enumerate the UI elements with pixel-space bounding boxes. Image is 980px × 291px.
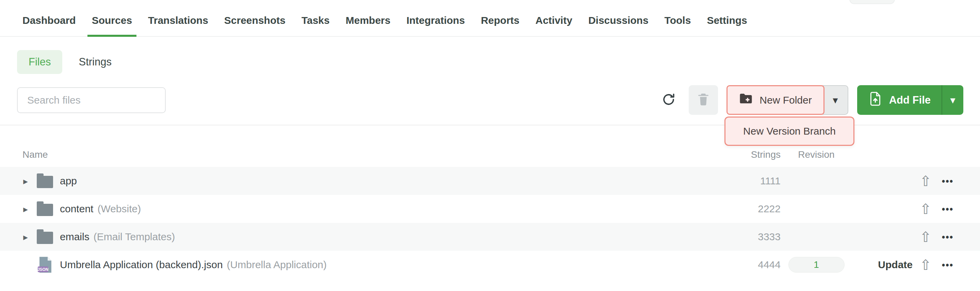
folder-name[interactable]: app <box>60 175 77 187</box>
new-folder-label: New Folder <box>759 94 811 106</box>
new-folder-split-button: New Folder <box>727 85 848 115</box>
menu-item-new-version-branch[interactable]: New Version Branch <box>724 117 854 146</box>
svg-text:JSON: JSON <box>37 267 48 272</box>
nav-members[interactable]: Members <box>341 5 395 36</box>
upload-icon[interactable] <box>920 229 931 245</box>
folder-icon <box>37 230 53 244</box>
more-actions-icon[interactable] <box>942 203 953 215</box>
expand-caret-icon[interactable] <box>21 203 30 215</box>
nav-activity[interactable]: Activity <box>531 5 577 36</box>
update-button[interactable]: Update <box>878 259 913 270</box>
chevron-down-icon <box>833 94 838 106</box>
add-file-main[interactable]: Add File <box>857 85 942 115</box>
search-input[interactable] <box>17 87 166 113</box>
nav-sources[interactable]: Sources <box>88 5 137 36</box>
strings-count: 2222 <box>730 203 781 215</box>
expand-caret-icon[interactable] <box>21 175 30 187</box>
table-header: Name Strings Revision <box>0 142 980 167</box>
nav-dashboard[interactable]: Dashboard <box>18 5 80 36</box>
folder-name[interactable]: emails <box>60 231 89 243</box>
file-table: app 1111 content (Website) 2222 <box>0 167 980 279</box>
view-tabs: Files Strings <box>17 50 123 74</box>
nav-tasks[interactable]: Tasks <box>297 5 334 36</box>
json-file-icon: JSON <box>37 257 53 273</box>
tab-strings[interactable]: Strings <box>67 50 123 74</box>
delete-button[interactable] <box>689 85 718 115</box>
table-row: app 1111 <box>0 167 980 195</box>
nav-integrations[interactable]: Integrations <box>402 5 469 36</box>
folder-note: (Website) <box>97 203 141 215</box>
sources-page: Dashboard Sources Translations Screensho… <box>0 0 980 291</box>
files-toolbar: New Folder Add File <box>17 85 963 115</box>
file-note: (Umbrella Application) <box>227 259 327 270</box>
nav-translations[interactable]: Translations <box>143 5 213 36</box>
table-row: content (Website) 2222 <box>0 195 980 223</box>
upload-icon[interactable] <box>920 173 931 189</box>
chevron-down-icon <box>950 94 955 106</box>
strings-count: 3333 <box>730 231 781 243</box>
folder-icon <box>37 202 53 216</box>
add-file-dropdown-toggle[interactable] <box>942 85 963 115</box>
more-actions-icon[interactable] <box>942 259 953 270</box>
strings-count: 1111 <box>730 175 781 187</box>
folder-plus-icon <box>739 93 753 107</box>
strings-count: 4444 <box>730 259 781 270</box>
nav-settings[interactable]: Settings <box>702 5 751 36</box>
header-name: Name <box>21 149 730 160</box>
add-file-split-button[interactable]: Add File <box>857 85 963 115</box>
file-upload-icon <box>869 92 882 109</box>
table-row: JSON Umbrella Application (backend).json… <box>0 251 980 279</box>
expand-caret-icon[interactable] <box>21 231 30 243</box>
refresh-button[interactable] <box>661 92 676 108</box>
refresh-icon <box>661 92 676 108</box>
nav-reports[interactable]: Reports <box>476 5 524 36</box>
new-folder-button[interactable]: New Folder <box>727 85 824 115</box>
header-strings: Strings <box>730 149 781 160</box>
trash-icon <box>697 93 710 107</box>
project-nav: Dashboard Sources Translations Screensho… <box>0 0 980 37</box>
folder-note: (Email Templates) <box>94 231 175 243</box>
nav-screenshots[interactable]: Screenshots <box>220 5 290 36</box>
file-name[interactable]: Umbrella Application (backend).json <box>60 259 223 270</box>
table-row: emails (Email Templates) 3333 <box>0 223 980 251</box>
header-revision: Revision <box>781 149 852 160</box>
tab-files[interactable]: Files <box>17 50 62 74</box>
upload-icon[interactable] <box>920 257 931 273</box>
revision-badge[interactable]: 1 <box>788 257 845 273</box>
folder-name[interactable]: content <box>60 203 93 215</box>
folder-icon <box>37 174 53 188</box>
nav-tools[interactable]: Tools <box>660 5 695 36</box>
add-file-label: Add File <box>889 94 931 106</box>
more-actions-icon[interactable] <box>942 175 953 187</box>
more-actions-icon[interactable] <box>942 231 953 243</box>
new-folder-dropdown-toggle[interactable] <box>822 85 848 115</box>
upload-icon[interactable] <box>920 201 931 217</box>
nav-discussions[interactable]: Discussions <box>584 5 653 36</box>
